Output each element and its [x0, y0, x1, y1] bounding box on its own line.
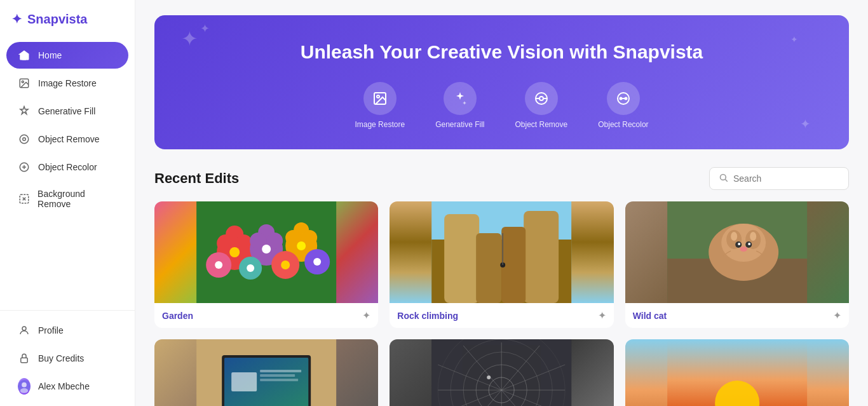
image-thumbnail-sunset: [625, 339, 849, 406]
sidebar-bottom: Profile Buy Credits Alex Mbeche: [0, 310, 135, 406]
logo-icon: ✦: [11, 11, 22, 27]
svg-point-7: [22, 327, 26, 330]
svg-rect-76: [260, 370, 301, 372]
hero-tool-image-restore[interactable]: Image Restore: [355, 82, 405, 129]
sparkle-icon-wild-cat: ✦: [833, 309, 841, 321]
svg-rect-52: [476, 233, 501, 303]
image-card-spiderweb[interactable]: Spider web ✦: [390, 339, 613, 406]
sidebar-item-label-profile: Profile: [38, 325, 64, 335]
svg-point-20: [620, 98, 621, 100]
hero-tool-icon-object-recolor: [607, 82, 640, 115]
sidebar-item-label-generative-fill: Generative Fill: [38, 106, 95, 116]
sidebar-item-background-remove[interactable]: Background Remove: [6, 182, 128, 216]
svg-rect-78: [260, 379, 298, 381]
sidebar-item-object-recolor[interactable]: Object Recolor: [6, 154, 128, 180]
image-card-footer-wild-cat: Wild cat ✦: [625, 303, 849, 328]
search-input[interactable]: [733, 173, 839, 184]
image-restore-icon: [18, 77, 31, 90]
image-thumbnail-laptop: [154, 339, 378, 406]
svg-point-62: [731, 232, 737, 241]
image-card-name-garden: Garden: [162, 311, 193, 321]
home-icon: [18, 49, 31, 62]
app-logo[interactable]: ✦ Snapvista: [0, 11, 135, 41]
svg-point-43: [247, 264, 254, 272]
sidebar-item-object-remove[interactable]: Object Remove: [6, 126, 128, 152]
sidebar-item-profile[interactable]: Profile: [6, 317, 128, 344]
nav-list: HomeImage RestoreGenerative FillObject R…: [0, 41, 135, 217]
image-card-rock-climbing[interactable]: Rock climbing ✦: [390, 201, 613, 328]
svg-point-21: [625, 98, 627, 100]
svg-point-3: [20, 135, 29, 144]
svg-point-68: [740, 247, 747, 252]
svg-point-29: [229, 247, 240, 257]
hero-banner: ✦ ✦ ✦ ✦ Unleash Your Creative Vision wit…: [154, 15, 849, 149]
sparkle-icon-rock-climbing: ✦: [598, 309, 606, 321]
sidebar-item-label-image-restore: Image Restore: [38, 78, 97, 88]
sidebar-item-label-object-recolor: Object Recolor: [38, 162, 97, 172]
hero-tool-generative-fill[interactable]: Generative Fill: [435, 82, 484, 129]
sidebar: ✦ Snapvista HomeImage RestoreGenerative …: [0, 0, 135, 406]
main-content: ✦ ✦ ✦ ✦ Unleash Your Creative Vision wit…: [135, 0, 868, 406]
sidebar-item-label-home: Home: [38, 50, 62, 60]
image-card-name-wild-cat: Wild cat: [633, 311, 667, 321]
image-card-name-rock-climbing: Rock climbing: [397, 311, 458, 321]
hero-tool-icon-object-remove: [525, 82, 558, 115]
sidebar-item-label-background-remove: Background Remove: [37, 189, 117, 209]
svg-point-41: [215, 261, 222, 269]
hero-tool-object-recolor[interactable]: Object Recolor: [598, 82, 648, 129]
hero-tool-label-object-remove: Object Remove: [515, 120, 568, 129]
svg-rect-0: [23, 56, 26, 60]
sidebar-item-label-user: Alex Mbeche: [38, 381, 90, 391]
image-grid: Garden ✦ Rock climbing ✦: [154, 201, 849, 406]
svg-point-66: [738, 243, 740, 245]
object-remove-icon: [18, 133, 31, 145]
svg-point-2: [22, 81, 24, 83]
hero-tool-label-object-recolor: Object Recolor: [598, 120, 648, 129]
image-thumbnail-wild-cat: [625, 201, 849, 303]
object-recolor-icon: [18, 161, 31, 173]
image-card-garden[interactable]: Garden ✦: [154, 201, 378, 328]
background-remove-icon: [18, 193, 30, 205]
image-card-laptop[interactable]: Laptop ✦: [154, 339, 378, 406]
sidebar-item-generative-fill[interactable]: Generative Fill: [6, 98, 128, 125]
svg-point-92: [487, 376, 491, 379]
svg-point-45: [281, 261, 290, 269]
profile-icon: [18, 324, 31, 337]
svg-point-67: [748, 243, 750, 245]
image-card-wild-cat[interactable]: Wild cat ✦: [625, 201, 849, 328]
hero-tool-label-image-restore: Image Restore: [355, 120, 405, 129]
app-name: Snapvista: [27, 12, 87, 27]
search-icon: [719, 173, 728, 184]
image-card-sunset[interactable]: Sunset ✦: [625, 339, 849, 406]
image-card-footer-garden: Garden ✦: [154, 303, 378, 328]
svg-rect-51: [524, 211, 559, 303]
sidebar-item-home[interactable]: Home: [6, 42, 128, 69]
image-thumbnail-rock-climbing: [390, 201, 613, 303]
svg-rect-77: [260, 374, 295, 377]
user-avatar: [18, 380, 31, 393]
recent-edits-header: Recent Edits: [154, 167, 849, 190]
sparkle-icon-garden: ✦: [362, 309, 370, 321]
image-thumbnail-garden: [154, 201, 378, 303]
recent-edits-title: Recent Edits: [154, 170, 239, 187]
deco-star-2: ✦: [200, 22, 210, 36]
lock-icon: [18, 352, 31, 365]
svg-point-39: [297, 241, 306, 250]
svg-point-15: [539, 97, 543, 100]
hero-tools: Image Restore Generative Fill Object Rem…: [175, 82, 829, 129]
svg-point-34: [262, 245, 271, 254]
sidebar-item-label-object-remove: Object Remove: [38, 134, 99, 144]
sidebar-item-image-restore[interactable]: Image Restore: [6, 70, 128, 97]
svg-point-11: [20, 388, 28, 393]
svg-point-10: [22, 382, 27, 388]
svg-point-47: [313, 258, 321, 266]
hero-title: Unleash Your Creative Vision with Snapvi…: [175, 39, 829, 64]
svg-rect-75: [231, 372, 257, 391]
svg-line-23: [725, 179, 727, 181]
search-box[interactable]: [709, 167, 849, 190]
sidebar-item-buy-credits[interactable]: Buy Credits: [6, 345, 128, 372]
sidebar-item-user[interactable]: Alex Mbeche: [6, 373, 128, 400]
svg-point-22: [721, 175, 726, 180]
hero-tool-object-remove[interactable]: Object Remove: [515, 82, 568, 129]
hero-tool-label-generative-fill: Generative Fill: [435, 120, 484, 129]
